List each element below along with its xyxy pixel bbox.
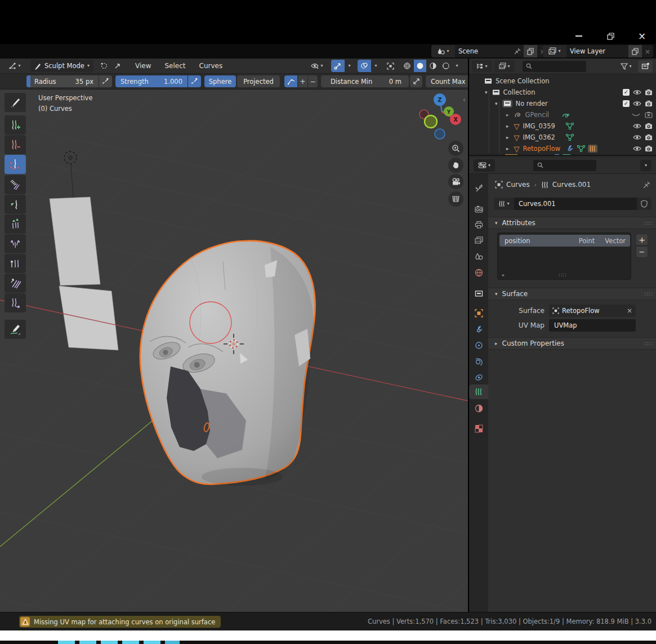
eye-icon[interactable] (633, 100, 641, 107)
eye-icon[interactable] (633, 134, 641, 141)
tool-pinch[interactable] (5, 234, 26, 253)
outliner-filter-mode-button[interactable]: ▾ (494, 60, 515, 72)
render-camera-icon[interactable] (645, 134, 653, 141)
tool-paint-brush[interactable] (5, 93, 26, 112)
eye-icon[interactable] (633, 145, 641, 152)
tool-snake-hook[interactable] (5, 195, 26, 214)
view-layer-name-field[interactable]: View Layer (566, 45, 628, 57)
strength-slider[interactable]: Strength 1.000 (115, 75, 188, 87)
sphere-toggle[interactable]: Sphere (204, 75, 236, 87)
tab-render[interactable] (469, 202, 488, 216)
panel-grip-icon[interactable]: ∷∷ (644, 341, 653, 347)
overlays-dropdown[interactable]: ▾ (372, 60, 380, 72)
panel-grip-icon[interactable]: ∷∷ (644, 220, 653, 226)
outliner-row-img-0359[interactable]: ▸ ▽ IMG_0359 (469, 120, 656, 132)
projected-toggle[interactable]: Projected (237, 75, 280, 87)
shading-rendered-button[interactable] (440, 60, 452, 72)
render-camera-icon[interactable] (645, 100, 653, 107)
clear-surface-icon[interactable]: × (627, 307, 632, 315)
surface-panel-header[interactable]: ▾ Surface ∷∷ (488, 288, 656, 300)
reference-plane-lower[interactable] (59, 286, 118, 350)
custom-properties-panel-header[interactable]: ▸ Custom Properties ∷∷ (488, 337, 656, 350)
new-collection-button[interactable] (638, 60, 653, 73)
attribute-remove-button[interactable]: − (636, 246, 648, 258)
scene-type-button[interactable]: ▾ (431, 45, 455, 57)
breadcrumb-object[interactable]: Curves (506, 181, 530, 189)
minimize-button[interactable] (570, 29, 587, 43)
render-checkbox[interactable]: ✓ (623, 100, 630, 107)
properties-options-button[interactable]: ▾ (640, 160, 651, 171)
taskbar-app-sliver[interactable] (144, 641, 160, 644)
editor-type-button[interactable]: ▾ (3, 60, 26, 72)
tool-density[interactable] (5, 155, 26, 174)
axis-neg-z-ball[interactable] (435, 129, 445, 139)
taskbar-app-sliver[interactable] (122, 641, 139, 644)
tool-slide[interactable] (5, 293, 26, 312)
render-camera-icon[interactable] (645, 123, 653, 129)
outliner-row-img-0362[interactable]: ▸ ▽ IMG_0362 (469, 132, 656, 143)
view-layer-new-button[interactable] (628, 45, 642, 57)
taskbar-app-sliver[interactable] (165, 641, 180, 644)
tab-scene[interactable] (469, 249, 488, 264)
tab-tool[interactable] (469, 181, 488, 195)
tool-annotate[interactable] (5, 320, 26, 339)
tool-smooth[interactable] (5, 274, 26, 293)
collapse-arrow-icon[interactable]: ▸ (506, 123, 509, 129)
panel-grip-icon[interactable]: ∷∷ (644, 291, 653, 297)
distance-min-slider[interactable]: Distance Min 0 m (321, 75, 409, 87)
tab-particles[interactable] (469, 338, 488, 352)
close-button[interactable]: × (633, 29, 650, 43)
attribute-add-button[interactable]: + (636, 234, 648, 245)
tab-constraints[interactable] (469, 370, 488, 384)
eye-closed-icon[interactable] (632, 111, 640, 118)
uvmap-field[interactable]: UVMap (549, 319, 636, 332)
transform-orientation-button[interactable] (111, 60, 124, 72)
render-camera-icon[interactable] (645, 145, 653, 152)
tab-world[interactable] (469, 265, 488, 280)
navigation-gizmo[interactable]: Z Y X (417, 92, 467, 144)
outliner-display-mode-button[interactable]: ▾ (472, 60, 492, 72)
menu-view[interactable]: View (132, 62, 154, 70)
menu-curves[interactable]: Curves (196, 62, 226, 70)
falloff-add-button[interactable]: + (298, 75, 307, 87)
tool-grow-shrink[interactable] (5, 214, 26, 234)
outliner-row-no-render[interactable]: ▾ No render ✓ (469, 98, 656, 109)
mode-dropdown[interactable]: Sculpt Mode ▾ (30, 60, 93, 72)
outliner-row-scene-collection[interactable]: Scene Collection (469, 75, 656, 87)
falloff-shape-button[interactable] (284, 75, 297, 87)
collapse-arrow-icon[interactable]: ▸ (506, 135, 509, 140)
radius-pressure-button[interactable] (99, 75, 112, 87)
taskbar-app-sliver[interactable] (79, 641, 96, 644)
scene-new-button[interactable] (524, 45, 537, 57)
tab-physics[interactable] (469, 354, 488, 369)
outliner-row-retopoflow[interactable]: ▸ ▽ RetopoFlow (469, 143, 656, 154)
attribute-row-position[interactable]: position Point Vector (499, 235, 630, 247)
datablock-name-input[interactable]: Curves.001 (514, 198, 637, 210)
tool-puff[interactable] (5, 254, 26, 273)
measure-toggle-button[interactable] (410, 75, 422, 87)
list-resize-grip[interactable]: ∷∷ (559, 272, 567, 278)
shading-wireframe-button[interactable] (401, 60, 413, 72)
tab-view-layer[interactable] (469, 233, 488, 248)
tab-object[interactable] (469, 306, 488, 320)
expand-arrow-icon[interactable]: ▾ (485, 90, 488, 95)
shading-dropdown[interactable]: ▾ (453, 60, 461, 72)
taskbar-app-sliver[interactable] (58, 641, 75, 644)
camera-view-button[interactable] (448, 174, 463, 189)
attributes-panel-header[interactable]: ▾ Attributes ∷∷ (488, 217, 656, 229)
outliner-filter-button[interactable]: ▾ (617, 60, 636, 72)
pan-button[interactable] (448, 158, 463, 173)
shading-solid-button[interactable] (414, 60, 426, 72)
tab-object-data[interactable] (469, 384, 488, 399)
fake-user-button[interactable] (637, 198, 651, 210)
view-layer-remove-button[interactable]: × (642, 45, 653, 57)
strength-pressure-button[interactable] (188, 75, 201, 87)
shading-material-button[interactable] (427, 60, 439, 72)
collapse-arrow-icon[interactable]: ▸ (506, 146, 509, 151)
pin-icon[interactable] (643, 181, 650, 189)
properties-context-button[interactable]: ▾ (474, 159, 495, 172)
outliner-row-gpencil[interactable]: ▸ GPencil (469, 109, 656, 120)
breadcrumb-data[interactable]: Curves.001 (552, 181, 591, 189)
menu-select[interactable]: Select (161, 62, 189, 70)
eye-icon[interactable] (633, 89, 641, 96)
